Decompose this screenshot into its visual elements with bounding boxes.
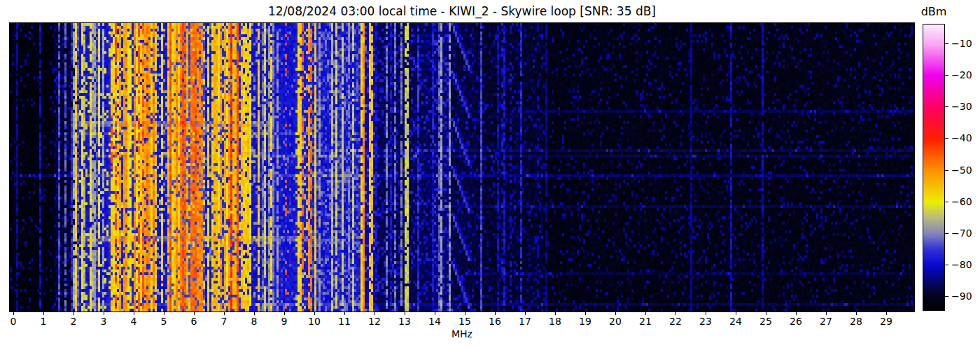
x-tick-mark	[706, 312, 706, 315]
x-tick-mark	[43, 312, 44, 315]
x-tick-mark	[585, 312, 586, 315]
x-tick-label: 20	[601, 316, 629, 327]
x-tick-label: 28	[842, 316, 870, 327]
colorbar-frame	[923, 24, 945, 311]
colorbar-tick-label: −70	[951, 227, 972, 239]
x-tick-mark	[645, 312, 646, 315]
x-tick-mark	[284, 312, 285, 315]
x-tick-mark	[74, 312, 74, 315]
x-tick-label: 22	[662, 316, 690, 327]
x-tick-mark	[766, 312, 766, 315]
colorbar-tick-mark	[945, 265, 948, 265]
x-tick-mark	[224, 312, 225, 315]
x-tick-label: 9	[270, 316, 298, 327]
x-tick-label: 15	[451, 316, 479, 327]
x-tick-label: 5	[150, 316, 178, 327]
x-tick-label: 4	[120, 316, 148, 327]
x-tick-mark	[344, 312, 345, 315]
x-tick-mark	[736, 312, 736, 315]
x-tick-mark	[374, 312, 375, 315]
x-tick-mark	[495, 312, 496, 315]
x-tick-mark	[676, 312, 676, 315]
x-tick-mark	[164, 312, 164, 315]
x-tick-mark	[13, 312, 14, 315]
x-tick-label: 19	[571, 316, 599, 327]
x-tick-mark	[555, 312, 556, 315]
waterfall-canvas	[10, 23, 914, 312]
spectrogram-figure: 12/08/2024 03:00 local time - KIWI_2 - S…	[0, 0, 980, 350]
x-tick-label: 23	[692, 316, 720, 327]
x-tick-mark	[104, 312, 104, 315]
colorbar-tick-mark	[945, 233, 948, 234]
colorbar-tick-mark	[945, 106, 948, 107]
x-tick-label: 21	[631, 316, 659, 327]
x-tick-label: 13	[391, 316, 419, 327]
colorbar-tick-label: −90	[951, 290, 972, 302]
x-tick-mark	[856, 312, 857, 315]
x-tick-label: 12	[360, 316, 388, 327]
colorbar-tick-label: −30	[951, 101, 972, 112]
colorbar-tick-label: −40	[951, 132, 972, 144]
x-tick-label: 26	[782, 316, 810, 327]
colorbar-tick-mark	[945, 75, 948, 76]
colorbar-tick-label: −50	[951, 164, 972, 176]
x-tick-mark	[435, 312, 435, 315]
x-tick-mark	[405, 312, 405, 315]
colorbar-tick-mark	[945, 43, 948, 44]
colorbar-unit-label: dBm	[917, 5, 951, 18]
colorbar-tick-mark	[945, 202, 948, 202]
x-tick-mark	[254, 312, 255, 315]
x-axis-label: MHz	[10, 328, 914, 340]
colorbar-tick-label: −60	[951, 196, 972, 207]
x-tick-label: 6	[180, 316, 208, 327]
x-tick-label: 16	[481, 316, 509, 327]
colorbar-tick-label: −10	[951, 38, 972, 49]
x-tick-mark	[615, 312, 616, 315]
plot-title: 12/08/2024 03:00 local time - KIWI_2 - S…	[10, 4, 914, 19]
colorbar-tick-label: −20	[951, 69, 972, 80]
x-tick-label: 17	[511, 316, 539, 327]
x-tick-mark	[194, 312, 195, 315]
colorbar-canvas	[923, 24, 944, 310]
x-tick-mark	[826, 312, 827, 315]
x-tick-label: 25	[752, 316, 780, 327]
x-tick-label: 3	[90, 316, 118, 327]
x-tick-label: 10	[300, 316, 328, 327]
x-tick-label: 27	[812, 316, 840, 327]
x-tick-label: 29	[872, 316, 900, 327]
x-tick-label: 11	[330, 316, 358, 327]
colorbar-tick-mark	[945, 138, 948, 139]
x-tick-label: 2	[59, 316, 88, 327]
x-tick-mark	[314, 312, 315, 315]
x-tick-mark	[465, 312, 465, 315]
x-tick-label: 14	[421, 316, 449, 327]
x-tick-label: 7	[210, 316, 238, 327]
x-tick-mark	[886, 312, 887, 315]
x-tick-label: 8	[240, 316, 268, 327]
waterfall-plot-frame	[9, 22, 915, 312]
colorbar-tick-label: −80	[951, 259, 972, 270]
colorbar-tick-mark	[945, 170, 948, 171]
x-tick-label: 1	[29, 316, 57, 327]
x-tick-label: 24	[722, 316, 750, 327]
x-tick-label: 0	[0, 316, 27, 327]
x-tick-mark	[796, 312, 797, 315]
x-tick-mark	[134, 312, 134, 315]
x-tick-label: 18	[541, 316, 569, 327]
colorbar-tick-mark	[945, 296, 948, 297]
x-tick-mark	[525, 312, 526, 315]
